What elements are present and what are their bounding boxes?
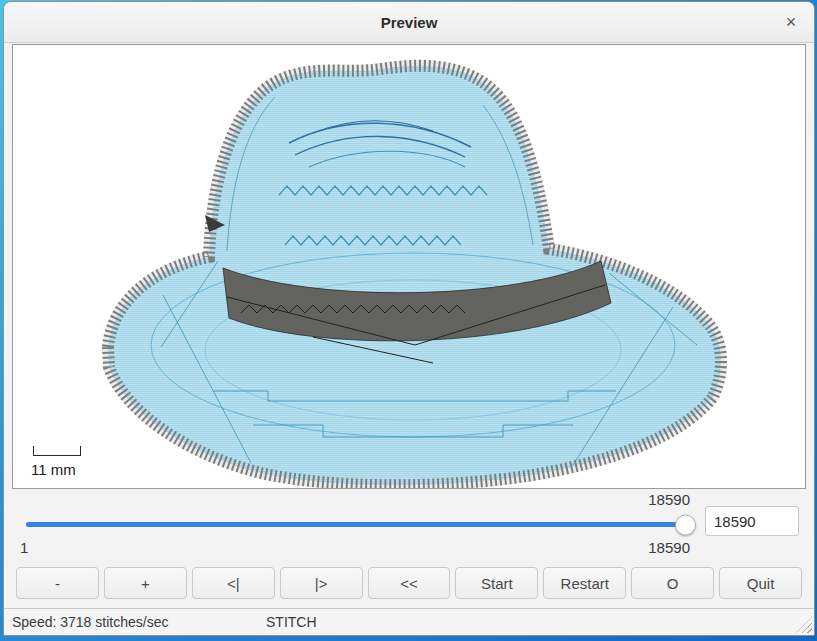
hat-embroidery-drawing	[13, 45, 806, 488]
step-forward-button[interactable]: |>	[280, 567, 363, 599]
stitch-position-slider[interactable]	[26, 522, 692, 527]
scale-ruler	[33, 446, 81, 456]
preview-window: Preview ×	[3, 1, 815, 636]
scale-ruler-label: 11 mm	[31, 461, 76, 478]
control-button-row: - + <| |> << Start Restart O Quit	[16, 567, 802, 599]
step-back-button[interactable]: <|	[192, 567, 275, 599]
stitch-min-label: 1	[20, 539, 28, 556]
quit-button[interactable]: Quit	[719, 567, 802, 599]
stitch-preview-canvas[interactable]: 11 mm	[12, 44, 806, 489]
playback-controls: 18590 1 18590	[4, 489, 814, 565]
restart-button[interactable]: Restart	[543, 567, 626, 599]
speed-down-button[interactable]: -	[16, 567, 99, 599]
stitch-number-input[interactable]	[705, 506, 799, 536]
close-icon[interactable]: ×	[780, 11, 802, 33]
stitch-max-label-bottom: 18590	[648, 539, 690, 556]
titlebar[interactable]: Preview ×	[4, 2, 814, 43]
speed-up-button[interactable]: +	[104, 567, 187, 599]
slider-handle[interactable]	[675, 514, 696, 535]
start-button[interactable]: Start	[455, 567, 538, 599]
statusbar: Speed: 3718 stitches/sec STITCH	[4, 608, 814, 635]
stitch-max-label-top: 18590	[648, 491, 690, 508]
o-button[interactable]: O	[631, 567, 714, 599]
window-title: Preview	[381, 14, 438, 31]
speed-status-text: Speed: 3718 stitches/sec	[12, 614, 168, 630]
rewind-button[interactable]: <<	[368, 567, 451, 599]
stitch-mode-text: STITCH	[266, 614, 317, 630]
resize-grip[interactable]	[796, 617, 812, 633]
